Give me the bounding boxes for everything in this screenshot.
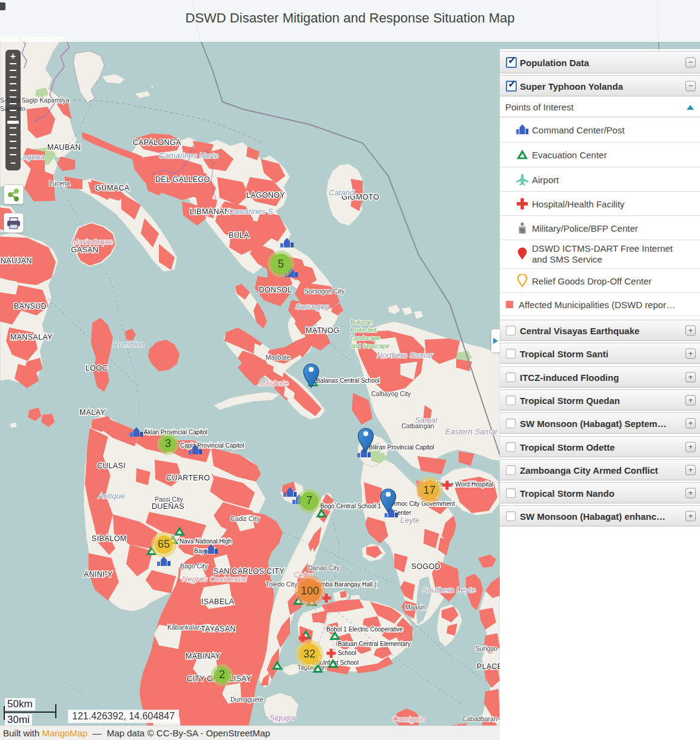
svg-text:Cadiz City: Cadiz City [231,515,260,522]
svg-text:Batuan Central Elementary: Batuan Central Elementary [338,641,411,647]
svg-text:Nava National High: Nava National High [180,538,232,545]
svg-text:Protected: Protected [351,327,377,334]
svg-text:BANSUD: BANSUD [14,302,47,311]
svg-text:Samar: Samar [415,415,439,425]
svg-text:Passi City: Passi City [155,496,183,503]
svg-text:65: 65 [158,538,170,550]
svg-text:17: 17 [423,484,436,496]
svg-text:Bogo Central School 1: Bogo Central School 1 [320,503,382,510]
svg-text:Negros Occidental: Negros Occidental [182,574,247,584]
svg-text:Laguna: Laguna [18,152,44,161]
svg-text:LAGONOY: LAGONOY [246,191,285,200]
svg-text:Bulusan: Bulusan [351,319,372,326]
svg-text:Masbate: Masbate [258,378,289,388]
svg-text:3: 3 [165,437,171,449]
svg-text:CUARTERO: CUARTERO [166,474,210,482]
svg-text:CAPALONGA: CAPALONGA [133,138,181,147]
svg-text:School: School [338,650,357,656]
svg-text:Toledo City: Toledo City [266,580,298,588]
svg-text:32: 32 [303,648,315,660]
svg-text:LIBMANAN: LIBMANAN [190,207,230,216]
svg-text:Calbayog City: Calbayog City [371,390,411,397]
svg-text:Siquijor: Siquijor [269,713,296,722]
svg-text:Surigao: Surigao [476,645,497,652]
svg-text:and Seascape: and Seascape [351,343,389,349]
svg-text:Romblon: Romblon [113,340,144,349]
svg-text:MANSALAY: MANSALAY [10,333,53,341]
svg-text:7: 7 [306,494,312,506]
svg-text:DONSOL: DONSOL [259,286,292,294]
svg-text:Sorsogon: Sorsogon [295,302,329,311]
svg-text:Landscape: Landscape [351,335,380,341]
svg-text:5: 5 [278,258,284,270]
svg-text:MALAY: MALAY [79,408,106,417]
svg-text:Northern Samar: Northern Samar [377,351,433,360]
svg-text:Southern Leyte: Southern Leyte [422,585,476,594]
svg-text:ANINI-Y: ANINI-Y [84,570,113,579]
svg-text:Antique: Antique [98,491,125,500]
svg-text:Bago City: Bago City [180,562,208,570]
svg-text:DUEÑAS: DUEÑAS [152,502,184,511]
svg-text:MABINAY: MABINAY [186,652,221,661]
svg-text:Camarines S: Camarines S [227,207,273,216]
svg-text:SOGOD: SOGOD [411,562,440,571]
svg-text:Maasin: Maasin [405,604,426,611]
svg-text:Camarines Norte: Camarines Norte [159,151,218,160]
svg-text:Dumaguete: Dumaguete [231,696,263,703]
svg-text:Marinduque: Marinduque [72,237,113,246]
svg-text:GASAN: GASAN [71,246,98,254]
svg-text:2: 2 [219,668,225,681]
svg-text:Balanas Central School: Balanas Central School [316,377,380,384]
svg-text:GUMACA: GUMACA [95,184,130,192]
svg-text:Catand: Catand [329,188,355,197]
svg-text:BULA: BULA [229,231,249,240]
svg-text:NAUJAN: NAUJAN [1,257,32,265]
svg-text:Masbate: Masbate [266,354,290,361]
svg-text:Bohol 1 Electric Cooperative: Bohol 1 Electric Cooperative [326,626,403,633]
svg-text:MATNOG: MATNOG [306,326,340,335]
svg-text:Capiz Provincial Capitol: Capiz Provincial Capitol [180,442,244,449]
svg-text:ISABELA: ISABELA [201,597,235,606]
svg-text:DEL GALLEGO: DEL GALLEGO [155,175,210,184]
svg-text:SIBALOM: SIBALOM [92,534,127,543]
svg-text:Ormoc City Government: Ormoc City Government [389,500,455,507]
svg-text:Biliran Provincial Capitol: Biliran Provincial Capitol [369,444,434,451]
svg-text:100: 100 [301,585,319,597]
svg-text:Sorsogon City: Sorsogon City [305,288,345,295]
svg-text:Eastern Samar: Eastern Samar [445,427,498,436]
svg-text:Camiguin: Camiguin [392,715,425,724]
svg-text:Cabadbaran C: Cabadbaran C [462,715,504,722]
svg-text:Leyte: Leyte [400,516,420,525]
svg-text:Aklan Provincial Capitol: Aklan Provincial Capitol [144,429,207,436]
svg-text:MAUBAN: MAUBAN [47,143,81,152]
svg-text:LOOC: LOOC [86,364,108,372]
svg-text:CULASI: CULASI [97,462,126,470]
svg-text:Danao City: Danao City [308,564,340,571]
svg-text:Lucena: Lucena [49,180,70,187]
svg-text:TAYASAN: TAYASAN [201,625,236,633]
